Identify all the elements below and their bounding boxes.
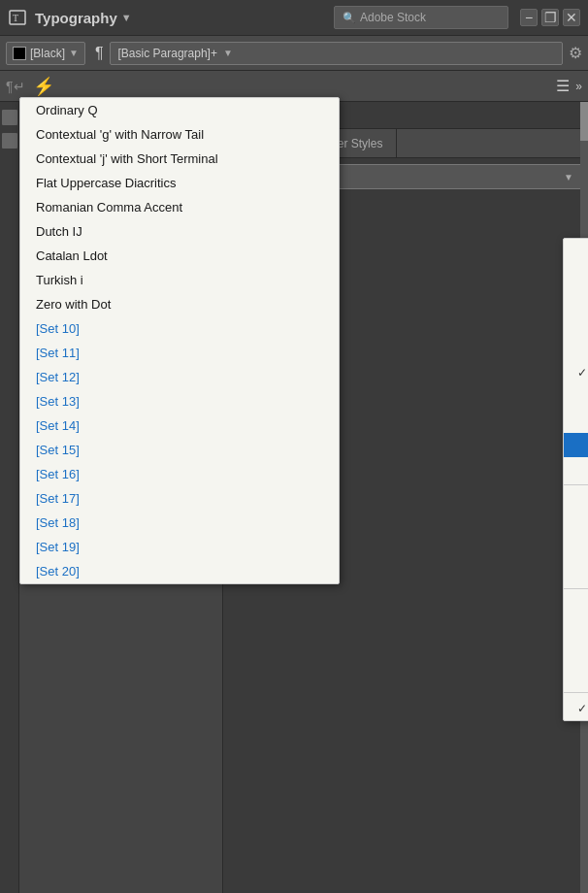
right-dropdown-item-8[interactable]: Stylistic Sets▶ xyxy=(564,433,588,457)
gear-icon[interactable]: ⚙ xyxy=(569,44,582,62)
left-dropdown-item-7[interactable]: Turkish i xyxy=(20,268,339,292)
right-dropdown-separator-15 xyxy=(564,588,588,589)
right-dropdown-item-21[interactable]: ✓Default Figure Style xyxy=(564,696,588,720)
paragraph-style-label: [Basic Paragraph]+ xyxy=(118,47,217,60)
left-dropdown-item-10[interactable]: [Set 11] xyxy=(20,341,339,365)
right-dropdown-item-0[interactable]: Discretionary Ligatures xyxy=(564,239,588,263)
left-dropdown-item-18[interactable]: [Set 19] xyxy=(20,535,339,559)
title-bar: T Typography ▼ 🔍 Adobe Stock − ❐ ✕ xyxy=(0,0,588,36)
left-dropdown-menu: Ordinary QContextual 'g' with Narrow Tai… xyxy=(19,97,340,584)
right-dropdown-item-7[interactable]: Slashed Zero xyxy=(564,409,588,433)
panel-title: Typography xyxy=(35,10,117,26)
right-dropdown-item-9[interactable]: Positional Forms▶ xyxy=(564,457,588,481)
right-dropdown-item-13[interactable]: Numerator xyxy=(564,537,588,561)
right-dropdown-separator-20 xyxy=(564,692,588,693)
para-style-arrow-icon: ▼ xyxy=(223,48,233,58)
typography-icon: T xyxy=(8,8,27,27)
right-dropdown-item-4[interactable]: [Titling Alternates] xyxy=(564,336,588,360)
adobe-stock-search[interactable]: 🔍 Adobe Stock xyxy=(334,6,508,29)
sidebar-icon-2 xyxy=(2,133,17,149)
left-dropdown-item-16[interactable]: [Set 17] xyxy=(20,486,339,511)
left-dropdown-item-5[interactable]: Dutch IJ xyxy=(20,219,339,244)
paragraph-icon: ¶ xyxy=(95,45,104,62)
right-dropdown-item-11[interactable]: [Superscript/Superior] xyxy=(564,488,588,513)
title-chevron-icon[interactable]: ▼ xyxy=(121,12,132,23)
search-placeholder: Adobe Stock xyxy=(360,11,426,24)
left-dropdown-item-9[interactable]: [Set 10] xyxy=(20,316,339,341)
left-dropdown-item-4[interactable]: Romanian Comma Accent xyxy=(20,195,339,219)
right-dropdown-item-19[interactable]: Tabular Oldstyle xyxy=(564,665,588,689)
scrollbar-thumb[interactable] xyxy=(580,102,588,141)
left-dropdown-item-13[interactable]: [Set 14] xyxy=(20,413,339,438)
right-dropdown-item-6[interactable]: [All Small Caps] xyxy=(564,384,588,409)
right-dropdown-item-2[interactable]: Ordinal xyxy=(564,287,588,312)
show-hidden-chars-icon[interactable]: ¶↵ xyxy=(6,79,25,94)
left-dropdown-item-1[interactable]: Contextual 'g' with Narrow Tail xyxy=(20,122,339,147)
toolbar-row-1: [Black] ▼ ¶ [Basic Paragraph]+ ▼ ⚙ xyxy=(0,36,588,71)
right-dropdown-item-3[interactable]: [Swash] xyxy=(564,312,588,336)
color-dropdown-arrow: ▼ xyxy=(69,48,79,58)
left-dropdown-item-8[interactable]: Zero with Dot xyxy=(20,292,339,316)
sidebar-icon-1 xyxy=(2,110,17,125)
color-swatch[interactable]: [Black] ▼ xyxy=(6,42,85,65)
minimize-button[interactable]: − xyxy=(520,9,538,26)
check-icon-5: ✓ xyxy=(577,366,588,380)
left-dropdown-item-17[interactable]: [Set 18] xyxy=(20,511,339,535)
right-dropdown-menu: Discretionary Ligatures[Fractions]Ordina… xyxy=(563,238,588,721)
check-icon-21: ✓ xyxy=(577,702,588,715)
para-style-select-arrow-icon: ▼ xyxy=(564,172,573,182)
quick-apply-icon[interactable]: ⚡ xyxy=(33,76,54,97)
left-dropdown-item-2[interactable]: Contextual 'j' with Short Terminal xyxy=(20,147,339,171)
right-dropdown-item-14[interactable]: [Denominator] xyxy=(564,561,588,585)
panel-menu-icon[interactable]: ☰ xyxy=(556,77,570,95)
left-dropdown-item-12[interactable]: [Set 13] xyxy=(20,389,339,413)
right-dropdown-item-18[interactable]: Proportional Lining xyxy=(564,641,588,665)
left-dropdown-item-3[interactable]: Flat Uppercase Diacritics xyxy=(20,171,339,195)
left-dropdown-item-0[interactable]: Ordinary Q xyxy=(20,98,339,122)
left-dropdown-item-19[interactable]: [Set 20] xyxy=(20,559,339,583)
search-icon: 🔍 xyxy=(343,12,356,24)
paragraph-style-selector[interactable]: [Basic Paragraph]+ ▼ xyxy=(110,42,563,65)
close-button[interactable]: ✕ xyxy=(563,9,580,26)
left-sidebar xyxy=(0,102,19,893)
svg-text:T: T xyxy=(13,13,18,23)
left-dropdown-item-6[interactable]: Catalan Ldot xyxy=(20,244,339,268)
right-dropdown-item-5[interactable]: ✓Contextual Alternates xyxy=(564,360,588,384)
color-label: [Black] xyxy=(30,47,65,60)
left-dropdown-item-11[interactable]: [Set 12] xyxy=(20,365,339,389)
left-dropdown-item-15[interactable]: [Set 16] xyxy=(20,462,339,486)
right-dropdown-separator-10 xyxy=(564,484,588,485)
maximize-button[interactable]: ❐ xyxy=(541,9,559,26)
right-dropdown-item-12[interactable]: [Subscript/Inferior] xyxy=(564,513,588,537)
black-swatch xyxy=(13,47,26,60)
right-dropdown-item-16[interactable]: Tabular Lining xyxy=(564,592,588,616)
left-dropdown-item-14[interactable]: [Set 15] xyxy=(20,438,339,462)
expand-icon[interactable]: » xyxy=(575,80,582,93)
right-dropdown-item-1[interactable]: [Fractions] xyxy=(564,263,588,287)
right-dropdown-item-17[interactable]: Proportional Oldstyle xyxy=(564,616,588,641)
